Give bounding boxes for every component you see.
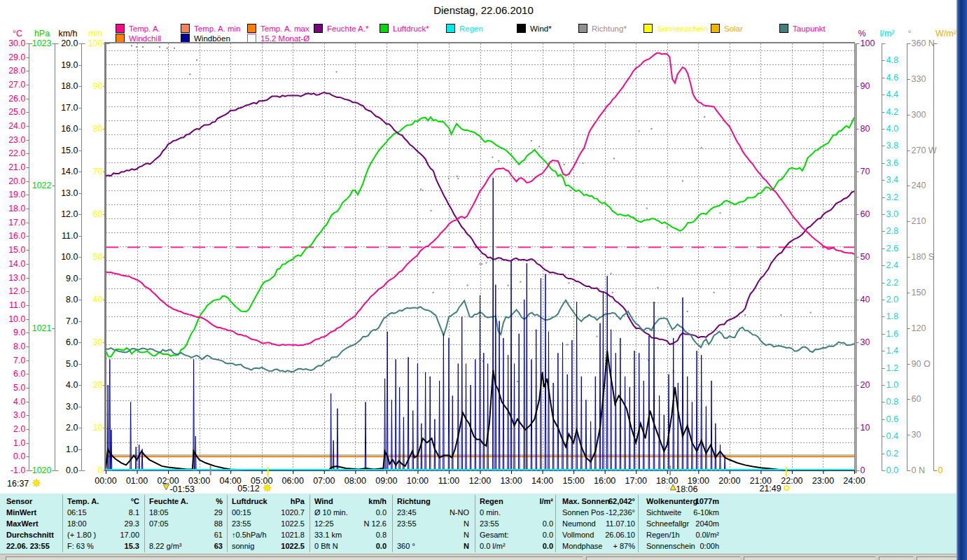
table-cell-value: 0.0 — [376, 541, 387, 552]
direction-dot — [639, 130, 640, 132]
direction-dot — [531, 140, 532, 141]
row-header-cell: Sensor — [6, 496, 59, 507]
windspeed-axis: 20.019.018.017.016.015.014.013.012.011.0… — [58, 29, 85, 475]
axis-tick-label: 28.0 — [8, 66, 25, 76]
axis-tick-label: 60 — [93, 209, 103, 219]
axis-tick-label: 60 — [861, 209, 870, 219]
table-cell-label: Wind — [314, 496, 333, 507]
table-cell: Windkm/h — [314, 496, 387, 507]
window-border-right — [956, 0, 967, 560]
table-cell-label: ↑0.5hPa/h — [232, 530, 267, 540]
table-cell-value: 0.0l/m² — [695, 530, 719, 540]
table-cell: Max. Sonnen62,042° — [562, 496, 635, 507]
axis-tick-label: 0.0 — [13, 451, 25, 461]
direction-dot — [433, 292, 434, 293]
direction-dot — [457, 176, 458, 177]
axis-tick-label: 18.0 — [8, 204, 25, 214]
table-divider — [475, 495, 475, 552]
table-cell-value: 1022.5 — [281, 519, 305, 529]
table-cell-label: Sichtweite — [646, 507, 681, 518]
axis-tick-label: 30 — [861, 337, 870, 347]
axis-tick-label: 4.8 — [886, 55, 898, 65]
axis-tick-label: 13.0 — [8, 273, 25, 283]
sun-filled-icon — [263, 484, 272, 492]
table-cell: sonnig1022.5 — [232, 541, 305, 552]
table-divider — [227, 495, 228, 552]
x-tick-label: 12:00 — [469, 476, 491, 486]
table-cell-label: Sonnen Pos — [562, 507, 604, 518]
axis-tick-label: 20 — [861, 380, 870, 390]
table-cell-label: Luftdruck — [232, 496, 267, 507]
status-panel — [744, 556, 875, 560]
table-cell-value: 2040m — [695, 519, 719, 529]
grid-lines — [106, 43, 854, 470]
direction-dot — [420, 188, 422, 190]
axis-tick-label: 3.8 — [886, 141, 898, 150]
row-header-label: Sensor — [6, 496, 32, 507]
table-cell-label: 18:05 — [149, 507, 169, 518]
x-tick-label: 13:00 — [500, 476, 522, 486]
x-tick-label: 17:00 — [625, 476, 647, 486]
direction-dot — [159, 46, 160, 48]
axis-header: ° — [908, 29, 912, 38]
table-cell-value: 11.07.10 — [606, 519, 635, 529]
table-cell: Regenl/m² — [480, 496, 553, 507]
axis-tick-label: 3.4 — [886, 175, 898, 185]
axis-tick-label: 210 — [912, 216, 926, 226]
axis-tick-label: 50 — [861, 252, 870, 262]
axis-tick-label: 90 O — [912, 359, 931, 369]
table-cell: Ø 10 min.0.0 — [314, 507, 387, 519]
table-cell-label: F: 63 % — [67, 541, 94, 552]
x-tick-label: 15:00 — [562, 476, 584, 486]
table-cell-label: Wolkenunterg — [646, 496, 697, 507]
axis-tick-label: 17.0 — [61, 103, 78, 113]
axis-tick-label: 2.8 — [886, 226, 898, 236]
table-cell: 61 — [149, 530, 223, 541]
axis-tick-label: 1.8 — [886, 312, 898, 321]
axis-tick-label: 20.0 — [8, 176, 25, 186]
table-cell: 23:550.0 — [480, 519, 553, 530]
direction-dot — [719, 212, 721, 214]
table-cell-value: 61 — [214, 530, 223, 540]
direction-dot — [189, 74, 190, 75]
axis-tick-label: 19.0 — [8, 190, 25, 200]
table-cell-label: Neumond — [562, 519, 596, 529]
moonset-label: -01:53 — [169, 484, 194, 494]
table-cell-label: (+ 1.80 ) — [67, 530, 96, 540]
axis-tick-label: 4.4 — [886, 90, 898, 99]
axis-tick-label: 2.6 — [886, 244, 898, 253]
table-cell-value: -12,236° — [606, 507, 635, 518]
direction-dot — [136, 46, 137, 48]
axis-tick-label: -1.0 — [11, 465, 26, 475]
table-cell: Richtung — [397, 496, 469, 507]
direction-dot — [667, 227, 668, 228]
direction-dot — [131, 45, 132, 46]
table-cell: LuftdruckhPa — [232, 496, 305, 507]
direction-dot — [419, 241, 421, 242]
axis-tick-label: 7.0 — [13, 356, 25, 365]
table-cell: Mondphase+ 87% — [562, 541, 635, 552]
axis-tick-label: 10 — [861, 423, 870, 433]
table-cell-value: N 12.6 — [364, 519, 387, 529]
table-cell-value: N-NO — [450, 507, 469, 518]
axis-tick-label: 1022 — [32, 181, 52, 190]
row-header-label: Durchschnitt — [6, 530, 54, 540]
table-cell-value: 62,042° — [608, 496, 635, 507]
axis-tick-label: 240 — [912, 181, 926, 190]
axis-tick-label: 50 — [93, 252, 103, 262]
axis-header: W/m² — [935, 29, 956, 38]
axis-tick-label: 270 W — [912, 146, 937, 155]
status-panel — [6, 556, 583, 560]
axis-tick-label: 10.0 — [8, 314, 25, 324]
x-tick-label: 10:00 — [407, 476, 429, 486]
row-header-label: MinWert — [6, 507, 36, 518]
x-tick-label: 07:00 — [313, 476, 335, 486]
axis-tick-label: 9.0 — [13, 328, 25, 337]
sun-core — [265, 486, 270, 491]
sun-filled-icon — [32, 479, 41, 487]
sun-hollow-icon — [784, 486, 788, 490]
table-cell: 07:0588 — [149, 519, 223, 530]
table-cell-label: 33.1 km — [314, 530, 342, 540]
sun-core — [34, 481, 39, 486]
axis-tick-label: 60 — [912, 394, 921, 404]
